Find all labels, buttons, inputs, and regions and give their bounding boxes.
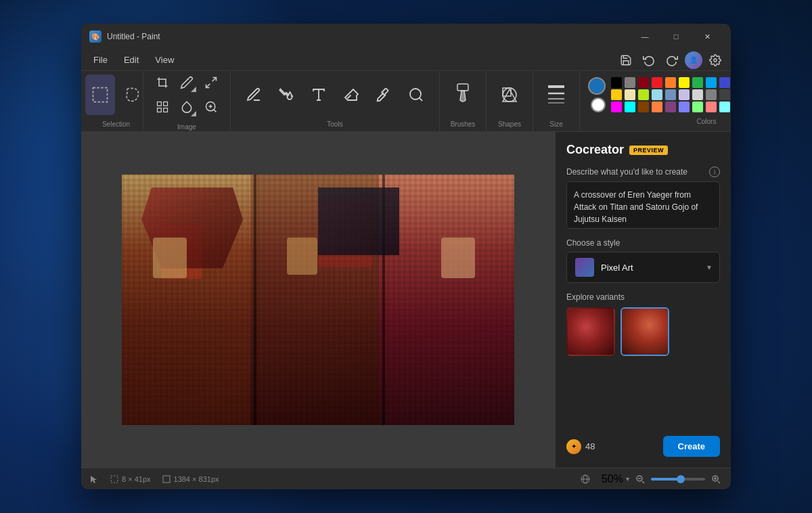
swatch-orange[interactable] bbox=[665, 77, 676, 88]
colors-area bbox=[588, 77, 731, 112]
swatch-lavender[interactable] bbox=[679, 89, 690, 100]
grid-view-icon[interactable] bbox=[580, 474, 591, 485]
zoom-canvas-tool[interactable] bbox=[200, 96, 222, 118]
undo-button[interactable] bbox=[639, 50, 659, 70]
toolbar: Selection bbox=[81, 71, 731, 132]
swatch-silver[interactable] bbox=[692, 89, 703, 100]
skin-1 bbox=[153, 238, 187, 278]
minimize-button[interactable]: — bbox=[629, 24, 660, 49]
swatch-red[interactable] bbox=[652, 77, 662, 88]
swatch-blue[interactable] bbox=[706, 77, 717, 88]
swatch-lime[interactable] bbox=[638, 89, 649, 100]
selection-group: Selection bbox=[89, 71, 143, 131]
selection-tools bbox=[85, 74, 148, 115]
redo-button[interactable] bbox=[662, 50, 682, 70]
svg-rect-6 bbox=[164, 102, 168, 106]
prompt-textarea[interactable]: A crossover of Eren Yaeger from Attack o… bbox=[566, 181, 720, 229]
variant-1[interactable] bbox=[566, 307, 615, 356]
zoom-thumb[interactable] bbox=[677, 475, 685, 483]
selection-rect-tool[interactable] bbox=[85, 74, 115, 115]
fill-bucket-tool[interactable] bbox=[271, 74, 301, 115]
canvas-size: 1384 × 831px bbox=[162, 474, 219, 484]
grid-tool[interactable] bbox=[152, 96, 173, 118]
image-label: Image bbox=[177, 123, 196, 131]
swatch-periwinkle[interactable] bbox=[679, 102, 690, 112]
svg-line-3 bbox=[212, 78, 217, 82]
settings-button[interactable] bbox=[705, 50, 725, 70]
crop-tool[interactable] bbox=[152, 72, 173, 93]
menu-right-area: 👤 bbox=[685, 50, 725, 70]
zoom-percentage[interactable]: 50% ▾ bbox=[602, 473, 629, 485]
swatch-black[interactable] bbox=[611, 77, 622, 88]
brush-paint-tool[interactable] bbox=[176, 72, 198, 93]
zoom-in-button[interactable] bbox=[709, 472, 723, 486]
swatch-yellow[interactable] bbox=[679, 77, 690, 88]
swatch-tan[interactable] bbox=[625, 89, 635, 100]
size-tool[interactable] bbox=[541, 74, 571, 115]
eyedropper-tool[interactable] bbox=[369, 74, 399, 115]
window-controls: — □ ✕ bbox=[629, 24, 723, 49]
zoom-out-button[interactable] bbox=[633, 472, 647, 486]
swatch-dark-red[interactable] bbox=[638, 77, 649, 88]
swatch-mint[interactable] bbox=[692, 102, 703, 112]
close-button[interactable]: ✕ bbox=[692, 24, 723, 49]
selection-size: 8 × 41px bbox=[110, 474, 151, 484]
menu-bar: File Edit View 👤 bbox=[81, 49, 731, 71]
save-button[interactable] bbox=[616, 50, 636, 70]
zoom-dropdown-icon[interactable]: ▾ bbox=[626, 475, 629, 483]
swatch-green[interactable] bbox=[692, 77, 703, 88]
resize-tool[interactable] bbox=[200, 72, 222, 93]
swatch-dark-orange[interactable] bbox=[638, 102, 649, 112]
text-tool[interactable] bbox=[304, 74, 334, 115]
swatch-gold[interactable] bbox=[611, 89, 622, 100]
swatch-gray[interactable] bbox=[625, 77, 635, 88]
menu-view[interactable]: View bbox=[148, 52, 181, 68]
swatch-light-cyan[interactable] bbox=[719, 102, 730, 112]
menu-edit[interactable]: Edit bbox=[117, 52, 145, 68]
background-color[interactable] bbox=[591, 97, 606, 112]
magnifier-tool[interactable] bbox=[401, 74, 431, 115]
maximize-button[interactable]: □ bbox=[660, 24, 692, 49]
swatch-plum[interactable] bbox=[665, 102, 676, 112]
swatch-sky[interactable] bbox=[652, 89, 662, 100]
tools-label: Tools bbox=[327, 120, 342, 128]
swatch-salmon[interactable] bbox=[652, 102, 662, 112]
foreground-color[interactable] bbox=[588, 77, 606, 95]
variant-2-image bbox=[622, 309, 668, 355]
create-button[interactable]: Create bbox=[663, 436, 720, 457]
swatch-light-red[interactable] bbox=[706, 102, 717, 112]
brushes-tool[interactable] bbox=[448, 74, 478, 115]
swatch-cyan[interactable] bbox=[625, 102, 635, 112]
selection-free-tool[interactable] bbox=[118, 74, 148, 115]
swatch-indigo[interactable] bbox=[719, 77, 730, 88]
eraser-tool[interactable] bbox=[336, 74, 366, 115]
shapes-tool[interactable] bbox=[495, 74, 524, 115]
color-swatches-row3 bbox=[611, 102, 731, 112]
skin-3 bbox=[441, 238, 475, 278]
status-bar: 8 × 41px 1384 × 831px 50% ▾ bbox=[81, 468, 731, 489]
style-label: Choose a style bbox=[566, 238, 720, 248]
swatch-steel[interactable] bbox=[665, 89, 676, 100]
menu-file[interactable]: File bbox=[87, 52, 114, 68]
svg-rect-20 bbox=[503, 88, 511, 96]
swatch-dark-gray[interactable] bbox=[719, 89, 730, 100]
svg-line-16 bbox=[420, 98, 422, 101]
tools-group: Tools bbox=[231, 71, 440, 131]
pencil-tool[interactable] bbox=[239, 74, 269, 115]
info-icon[interactable]: i bbox=[709, 166, 720, 177]
canvas-area[interactable] bbox=[81, 132, 555, 468]
canvas-bg bbox=[122, 175, 514, 425]
char3-hair bbox=[318, 187, 399, 255]
panel-footer: ✦ 48 Create bbox=[566, 436, 720, 457]
swatch-magenta[interactable] bbox=[611, 102, 622, 112]
image-tools-row2 bbox=[152, 96, 222, 118]
style-dropdown[interactable]: Pixel Art ▾ bbox=[566, 252, 720, 283]
fill-tool[interactable] bbox=[176, 96, 198, 118]
variant-2[interactable] bbox=[621, 307, 669, 356]
user-avatar[interactable]: 👤 bbox=[685, 51, 702, 69]
swatch-mid-gray[interactable] bbox=[706, 89, 717, 100]
zoom-slider[interactable] bbox=[651, 478, 705, 481]
grid-icon bbox=[580, 474, 591, 485]
svg-rect-28 bbox=[111, 476, 118, 483]
colors-label: Colors bbox=[697, 118, 717, 125]
